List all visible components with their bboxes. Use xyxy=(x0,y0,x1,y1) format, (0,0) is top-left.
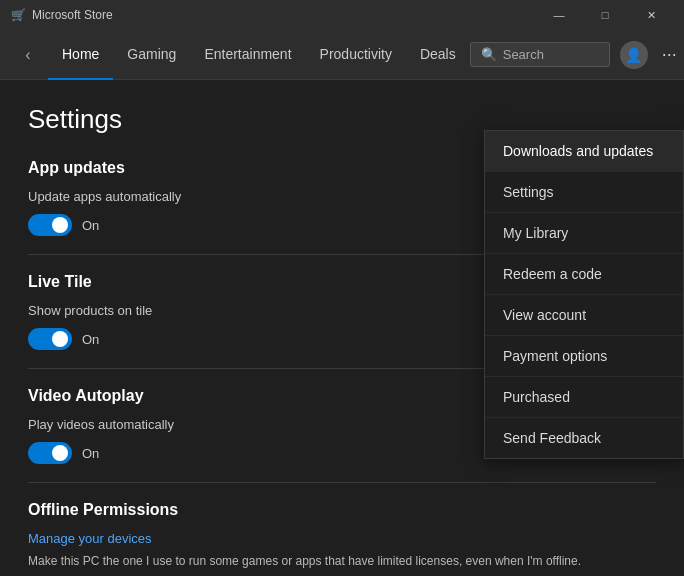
nav-gaming[interactable]: Gaming xyxy=(113,30,190,80)
search-icon: 🔍 xyxy=(481,47,497,62)
dropdown-item-library[interactable]: My Library xyxy=(485,213,683,254)
offline-permissions-section: Offline Permissions Manage your devices … xyxy=(28,501,656,576)
app-title: Microsoft Store xyxy=(32,8,113,22)
dropdown-item-account[interactable]: View account xyxy=(485,295,683,336)
maximize-button[interactable]: □ xyxy=(582,0,628,30)
nav-productivity[interactable]: Productivity xyxy=(306,30,406,80)
dropdown-item-redeem[interactable]: Redeem a code xyxy=(485,254,683,295)
video-autoplay-toggle[interactable] xyxy=(28,442,72,464)
app-updates-toggle-label: On xyxy=(82,218,99,233)
back-button[interactable]: ‹ xyxy=(12,39,44,71)
app-icon: 🛒 xyxy=(10,7,26,23)
nav-links: Home Gaming Entertainment Productivity D… xyxy=(48,30,470,80)
dropdown-item-settings[interactable]: Settings xyxy=(485,172,683,213)
toggle-knob xyxy=(52,217,68,233)
offline-desc: Make this PC the one I use to run some g… xyxy=(28,552,656,570)
dropdown-item-feedback[interactable]: Send Feedback xyxy=(485,418,683,458)
nav-home[interactable]: Home xyxy=(48,30,113,80)
offline-permissions-title: Offline Permissions xyxy=(28,501,656,519)
nav-right: 🔍 Search 👤 ··· xyxy=(470,40,681,69)
dropdown-item-downloads[interactable]: Downloads and updates xyxy=(485,131,683,172)
app-updates-toggle[interactable] xyxy=(28,214,72,236)
toggle-knob xyxy=(52,445,68,461)
title-bar: 🛒 Microsoft Store — □ ✕ xyxy=(0,0,684,30)
nav-deals[interactable]: Deals xyxy=(406,30,470,80)
main-content: Settings App updates Update apps automat… xyxy=(0,80,684,576)
dropdown-item-purchased[interactable]: Purchased xyxy=(485,377,683,418)
minimize-button[interactable]: — xyxy=(536,0,582,30)
live-tile-toggle[interactable] xyxy=(28,328,72,350)
divider-3 xyxy=(28,482,656,483)
dropdown-item-payment[interactable]: Payment options xyxy=(485,336,683,377)
toggle-knob xyxy=(52,331,68,347)
nav-entertainment[interactable]: Entertainment xyxy=(190,30,305,80)
avatar[interactable]: 👤 xyxy=(620,41,648,69)
manage-devices-link[interactable]: Manage your devices xyxy=(28,531,656,546)
window-controls: — □ ✕ xyxy=(536,0,674,30)
search-box[interactable]: 🔍 Search xyxy=(470,42,610,67)
nav-bar: ‹ Home Gaming Entertainment Productivity… xyxy=(0,30,684,80)
dropdown-menu: Downloads and updates Settings My Librar… xyxy=(484,130,684,459)
search-label: Search xyxy=(503,47,544,62)
live-tile-toggle-label: On xyxy=(82,332,99,347)
close-button[interactable]: ✕ xyxy=(628,0,674,30)
more-button[interactable]: ··· xyxy=(658,40,681,69)
video-autoplay-toggle-label: On xyxy=(82,446,99,461)
